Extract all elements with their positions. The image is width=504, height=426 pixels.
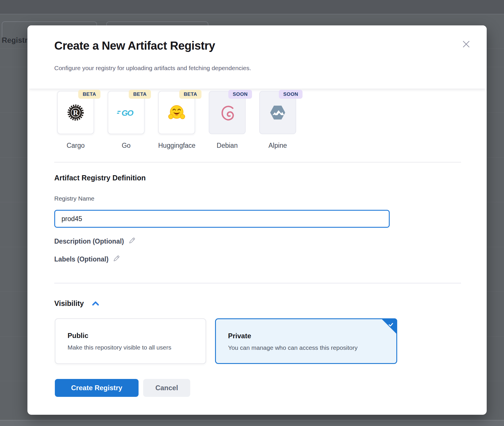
visibility-option-description: You can manage who can access this repos… bbox=[228, 344, 396, 351]
registry-name-input[interactable] bbox=[54, 210, 390, 228]
create-registry-button[interactable]: Create Registry bbox=[55, 379, 139, 397]
visibility-option-public[interactable]: Public Make this repository visible to a… bbox=[55, 318, 206, 364]
definition-heading: Artifact Registry Definition bbox=[54, 174, 146, 182]
labels-label: Labels (Optional) bbox=[54, 255, 109, 263]
package-label: Cargo bbox=[57, 142, 94, 150]
screen: Registry Create a New Artifact Registry … bbox=[0, 0, 504, 426]
modal-subtitle: Configure your registry for uploading ar… bbox=[54, 65, 251, 72]
package-label: Huggingface bbox=[158, 142, 195, 150]
beta-badge: BETA bbox=[179, 90, 201, 99]
registry-name-label: Registry Name bbox=[54, 195, 94, 202]
background-top-bar bbox=[0, 0, 504, 14]
beta-badge: BETA bbox=[78, 90, 100, 99]
section-divider bbox=[54, 283, 461, 283]
package-option-alpine[interactable]: SOON Alpine bbox=[259, 91, 296, 150]
x-icon bbox=[461, 39, 471, 49]
beta-badge: BETA bbox=[129, 90, 151, 99]
package-label: Debian bbox=[209, 142, 246, 150]
package-label: Go bbox=[108, 142, 145, 150]
visibility-option-private[interactable]: Private You can manage who can access th… bbox=[215, 318, 397, 364]
edit-description-button[interactable] bbox=[128, 237, 136, 246]
go-logo-icon: GO bbox=[117, 107, 135, 118]
debian-logo-icon bbox=[219, 104, 236, 121]
package-label: Alpine bbox=[259, 142, 296, 150]
soon-badge: SOON bbox=[279, 90, 303, 99]
check-icon bbox=[388, 322, 394, 329]
package-option-debian[interactable]: SOON Debian bbox=[209, 91, 246, 150]
soon-badge: SOON bbox=[228, 90, 252, 99]
close-button[interactable] bbox=[461, 39, 471, 49]
collapse-visibility-button[interactable] bbox=[92, 301, 99, 307]
modal-header: Create a New Artifact Registry Configure… bbox=[27, 25, 487, 89]
create-registry-modal: Create a New Artifact Registry Configure… bbox=[27, 25, 487, 415]
visibility-option-description: Make this repository visible to all user… bbox=[68, 344, 206, 351]
section-divider bbox=[54, 162, 461, 162]
svg-text:R: R bbox=[73, 109, 79, 117]
visibility-option-title: Public bbox=[68, 332, 206, 340]
visibility-option-title: Private bbox=[228, 332, 396, 340]
visibility-heading: Visibility bbox=[54, 299, 84, 308]
edit-labels-button[interactable] bbox=[113, 255, 120, 264]
modal-title: Create a New Artifact Registry bbox=[54, 39, 215, 52]
cargo-rust-logo-icon: R bbox=[67, 104, 84, 121]
svg-text:GO: GO bbox=[122, 109, 134, 117]
description-label: Description (Optional) bbox=[54, 238, 124, 245]
pencil-icon bbox=[128, 237, 136, 244]
pencil-icon bbox=[113, 255, 120, 262]
alpine-logo-icon bbox=[269, 104, 286, 121]
package-option-cargo[interactable]: BETA R Cargo bbox=[57, 91, 94, 150]
huggingface-logo-icon bbox=[168, 104, 185, 121]
package-option-go[interactable]: BETA GO Go bbox=[108, 91, 145, 150]
cancel-button[interactable]: Cancel bbox=[143, 379, 190, 397]
package-option-huggingface[interactable]: BETA Huggingface bbox=[158, 91, 195, 150]
chevron-up-icon bbox=[92, 301, 99, 306]
background-footer bbox=[0, 421, 504, 426]
